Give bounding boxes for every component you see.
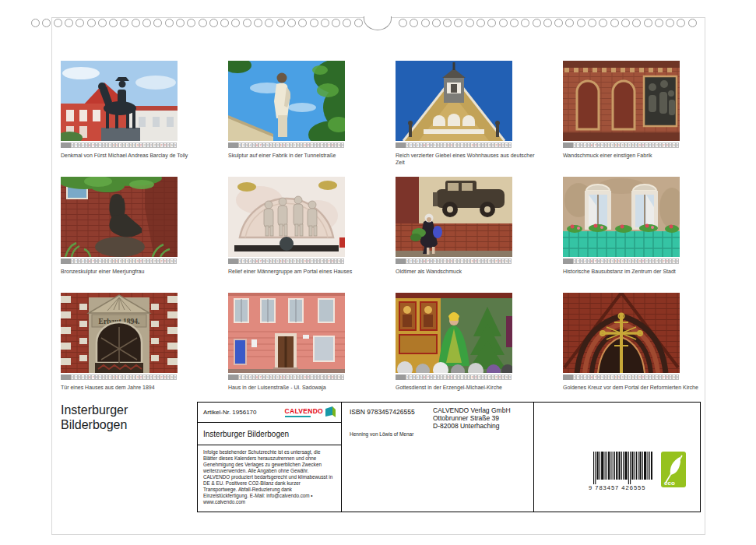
- mini-day-cell: 31: [508, 142, 512, 148]
- publisher-name: CALVENDO Verlag GmbH: [433, 406, 511, 414]
- photo-giebel: [396, 61, 512, 141]
- binding-hole: [165, 19, 174, 27]
- binding-hole: [276, 19, 285, 27]
- author-name: Henning von Löwis of Menar: [350, 431, 413, 437]
- photo-cell: Erbaut 1894. 123456789101112131415161718…: [61, 293, 228, 409]
- mini-calendar-strip: 1234567891011121314151617181920212223242…: [563, 258, 680, 264]
- mini-month-label: [61, 258, 71, 264]
- publisher-street: Ottobrunner Straße 39: [433, 414, 511, 422]
- mini-month-label: [228, 142, 238, 148]
- publisher-address: CALVENDO Verlag GmbH Ottobrunner Straße …: [433, 406, 511, 430]
- mini-day-cell: 31: [174, 258, 177, 264]
- mini-day-cell: 31: [341, 142, 344, 148]
- barcode: 9 783457 426555: [589, 452, 656, 491]
- photo-caption: Skulptur auf einer Fabrik in der Tunnels…: [228, 152, 370, 159]
- publisher-city: D-82008 Unterhaching: [433, 422, 511, 430]
- photo-caption: Gottesdienst in der Erzengel-Michael-Kir…: [396, 384, 537, 391]
- mini-calendar-strip: 1234567891011121314151617181920212223242…: [396, 374, 512, 380]
- mini-calendar-strip: 1234567891011121314151617181920212223242…: [61, 142, 178, 148]
- photo-luisenstrasse: [228, 293, 345, 373]
- photo-skulptur-fabrik: [228, 61, 345, 141]
- mini-day-cell: 31: [174, 142, 177, 148]
- binding-hole: [610, 19, 619, 27]
- binding-hole: [543, 19, 552, 27]
- mini-month-label: [61, 142, 71, 148]
- binding-hole: [655, 19, 663, 27]
- mini-calendar-strip: 1234567891011121314151617181920212223242…: [61, 258, 178, 264]
- binding-hole: [176, 19, 185, 27]
- legal-text: Infolge bestehender Schutzrechte ist es …: [198, 445, 341, 512]
- binding-hole: [677, 19, 685, 27]
- calendar-title-line2: Bilderbogen: [61, 417, 128, 432]
- mini-day-cell: 31: [341, 374, 344, 380]
- mini-calendar-strip: 1234567891011121314151617181920212223242…: [563, 374, 680, 380]
- binding-hole: [265, 19, 273, 27]
- info-left-column: Artikel-Nr. 1956170 CALVENDO Insterburge…: [198, 403, 342, 512]
- binding-hole: [54, 19, 62, 27]
- photo-cell: 1234567891011121314151617181920212223242…: [563, 177, 730, 293]
- photo-caption: Goldenes Kreuz vor dem Portal der Reform…: [563, 384, 705, 391]
- photo-caption: Denkmal von Fürst Michael Andreas Barcla…: [61, 152, 202, 159]
- photo-cell: 1234567891011121314151617181920212223242…: [228, 293, 396, 409]
- mini-day-cell: 31: [676, 374, 679, 380]
- isbn: ISBN 9783457426555: [350, 408, 415, 416]
- mini-month-label: [228, 258, 238, 264]
- photo-caption: Tür eines Hauses aus dem Jahre 1894: [61, 384, 202, 391]
- binding-hole: [666, 19, 674, 27]
- binding-hole: [310, 19, 318, 27]
- photo-tuer-1894: Erbaut 1894.: [61, 293, 178, 373]
- photo-meerjungfrau: [61, 177, 178, 257]
- binding-hole: [487, 19, 496, 27]
- mini-calendar-strip: 1234567891011121314151617181920212223242…: [228, 142, 345, 148]
- binding-hole: [688, 19, 697, 27]
- photo-gottesdienst: [396, 293, 512, 373]
- binding-hole: [599, 19, 607, 27]
- mini-month-label: [563, 142, 573, 148]
- photo-cell: 1234567891011121314151617181920212223242…: [396, 61, 563, 177]
- mini-month-label: [396, 142, 406, 148]
- binding-hole: [120, 19, 128, 27]
- binding-hole: [632, 19, 641, 27]
- binding-hole: [554, 19, 563, 27]
- binding-hole: [421, 19, 430, 27]
- photo-grid: 1234567891011121314151617181920212223242…: [61, 61, 730, 409]
- binding-hole: [443, 19, 452, 27]
- photo-caption: Wandschmuck einer einstigen Fabrik: [563, 152, 705, 159]
- binding-hole: [243, 19, 251, 27]
- artikel-row: Artikel-Nr. 1956170 CALVENDO: [198, 403, 341, 423]
- binding-hole: [187, 19, 195, 27]
- mini-day-cell: 31: [676, 142, 679, 148]
- binding-hole: [565, 19, 574, 27]
- binding-hole: [65, 19, 73, 27]
- binding-hole: [533, 19, 541, 27]
- binding-hole: [343, 19, 351, 27]
- mini-month-label: [228, 374, 238, 380]
- photo-caption: Relief einer Männergruppe am Portal eine…: [228, 268, 370, 275]
- calvendo-tagline: [285, 416, 311, 417]
- barcode-bars: [592, 452, 652, 484]
- binding-hole: [510, 19, 519, 27]
- binding-hole: [87, 19, 96, 27]
- binding-hole: [254, 19, 262, 27]
- calendar-title-line1: Insterburger: [61, 403, 128, 417]
- product-info-box: Artikel-Nr. 1956170 CALVENDO Insterburge…: [197, 402, 701, 512]
- mini-calendar-strip: 1234567891011121314151617181920212223242…: [396, 258, 512, 264]
- binding-hole: [199, 19, 207, 27]
- mini-calendar-strip: 1234567891011121314151617181920212223242…: [228, 374, 345, 380]
- binding-hole: [577, 19, 585, 27]
- mini-day-cell: 31: [174, 374, 177, 380]
- photo-bausubstanz: [563, 177, 680, 257]
- photo-cell: 1234567891011121314151617181920212223242…: [228, 61, 396, 177]
- photo-oldtimer: [396, 177, 512, 257]
- binding-hole: [410, 19, 418, 27]
- mini-calendar-strip: 1234567891011121314151617181920212223242…: [228, 258, 345, 264]
- mini-month-label: [563, 374, 573, 380]
- mini-calendar-strip: 1234567891011121314151617181920212223242…: [563, 142, 680, 148]
- info-middle-column: ISBN 9783457426555 CALVENDO Verlag GmbH …: [342, 403, 534, 512]
- photo-caption: Oldtimer als Wandschmuck: [396, 268, 537, 275]
- calvendo-wordmark: CALVENDO: [285, 407, 323, 415]
- mini-month-label: [396, 258, 406, 264]
- binding-hole: [332, 19, 340, 27]
- photo-cell: 1234567891011121314151617181920212223242…: [396, 293, 563, 409]
- mini-day-cell: 31: [508, 258, 512, 264]
